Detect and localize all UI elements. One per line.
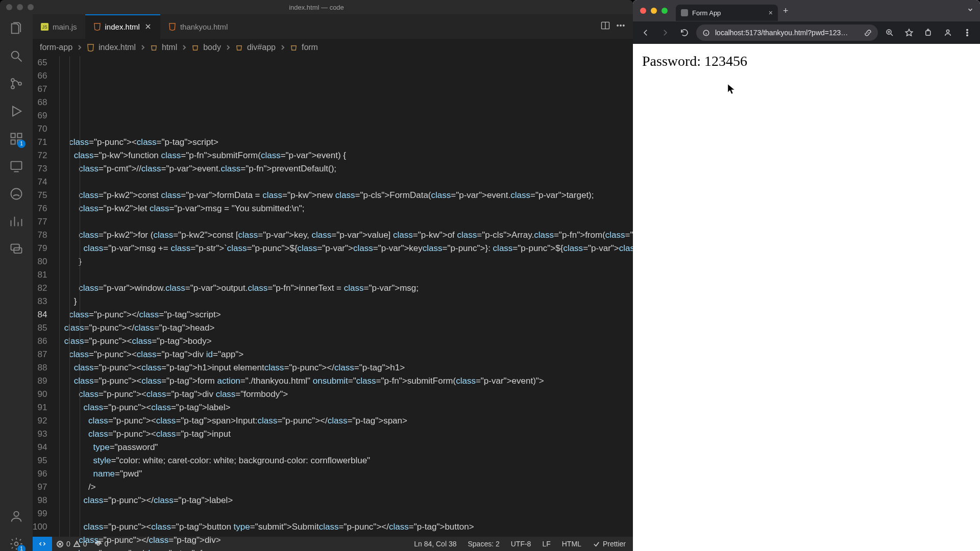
source-control-icon[interactable] xyxy=(9,77,23,91)
mac-traffic-lights[interactable] xyxy=(6,4,34,10)
search-icon[interactable] xyxy=(9,49,23,63)
svg-marker-38 xyxy=(905,29,913,36)
split-editor-icon[interactable] xyxy=(600,20,610,33)
close-icon[interactable]: × xyxy=(769,9,773,17)
extensions-puzzle-icon[interactable] xyxy=(921,25,936,40)
svg-point-25 xyxy=(623,25,625,27)
browser-menu-icon[interactable] xyxy=(960,25,975,40)
browser-tab[interactable]: Form App × xyxy=(676,5,778,21)
window-zoom-icon[interactable] xyxy=(28,4,34,10)
code-editor[interactable]: 6566676869707172737475767778798081828384… xyxy=(33,56,633,537)
svg-point-0 xyxy=(12,52,19,59)
svg-rect-13 xyxy=(11,244,19,251)
mac-traffic-lights[interactable] xyxy=(640,8,668,14)
vscode-titlebar: index.html — code xyxy=(0,0,633,14)
explorer-icon[interactable] xyxy=(9,21,23,36)
svg-point-41 xyxy=(946,30,949,32)
browser-tabstrip: Form App × + xyxy=(633,0,980,21)
svg-line-35 xyxy=(891,34,893,36)
browser-window: Form App × + localhost:5173/thankyou.htm… xyxy=(633,0,980,551)
extensions-badge: 1 xyxy=(17,140,26,148)
svg-text:JS: JS xyxy=(42,24,47,30)
svg-point-4 xyxy=(18,82,21,85)
tab-thankyou-html[interactable]: thankyou.html xyxy=(160,14,236,39)
bookmark-icon[interactable] xyxy=(901,25,917,40)
svg-point-43 xyxy=(967,32,968,34)
tab-label: thankyou.html xyxy=(180,22,228,31)
url-text: localhost:5173/thankyou.html?pwd=123… xyxy=(715,29,859,37)
svg-point-44 xyxy=(967,35,968,36)
forward-button[interactable] xyxy=(657,25,673,40)
activity-bar: 1 1 xyxy=(0,14,33,551)
close-icon[interactable] xyxy=(144,22,152,31)
reload-button[interactable] xyxy=(677,25,692,40)
svg-point-3 xyxy=(11,86,14,89)
svg-point-12 xyxy=(11,189,22,199)
mouse-cursor-icon xyxy=(727,84,736,95)
extensions-icon[interactable]: 1 xyxy=(9,132,23,146)
remote-explorer-icon[interactable] xyxy=(9,159,23,173)
copilot-icon[interactable] xyxy=(9,187,23,201)
settings-gear-icon[interactable]: 1 xyxy=(9,537,23,551)
tab-label: main.js xyxy=(53,22,77,31)
graph-icon[interactable] xyxy=(9,214,23,229)
svg-point-2 xyxy=(11,79,14,82)
accounts-icon[interactable] xyxy=(9,509,23,523)
window-zoom-icon[interactable] xyxy=(662,8,668,14)
new-tab-button[interactable]: + xyxy=(783,6,789,16)
back-button[interactable] xyxy=(638,25,653,40)
window-minimize-icon[interactable] xyxy=(17,4,23,10)
svg-rect-6 xyxy=(11,134,15,138)
window-close-icon[interactable] xyxy=(6,4,12,10)
expand-icon[interactable] xyxy=(967,6,974,15)
settings-badge: 1 xyxy=(17,545,26,551)
svg-point-23 xyxy=(617,25,619,27)
breadcrumb[interactable]: form-app index.html html body div#app fo xyxy=(33,39,633,56)
favicon-icon xyxy=(681,9,688,16)
svg-rect-8 xyxy=(11,140,15,144)
tab-main-js[interactable]: JS main.js xyxy=(33,14,85,39)
svg-rect-10 xyxy=(11,162,22,169)
editor-tabs: JS main.js index.html thankyou.html xyxy=(33,14,633,39)
svg-point-24 xyxy=(620,25,622,27)
svg-point-15 xyxy=(14,512,18,516)
svg-point-16 xyxy=(15,542,18,546)
editor-area: JS main.js index.html thankyou.html xyxy=(33,14,633,551)
window-minimize-icon[interactable] xyxy=(651,8,657,14)
page-heading: Password: 123456 xyxy=(642,53,971,69)
address-bar[interactable]: localhost:5173/thankyou.html?pwd=123… xyxy=(696,24,878,41)
svg-point-42 xyxy=(967,29,968,31)
svg-rect-7 xyxy=(17,134,21,138)
svg-line-1 xyxy=(18,58,22,62)
vscode-title: index.html — code xyxy=(0,4,633,11)
run-debug-icon[interactable] xyxy=(9,104,23,118)
window-close-icon[interactable] xyxy=(640,8,646,14)
browser-viewport: Password: 123456 xyxy=(633,44,980,551)
remote-indicator[interactable] xyxy=(33,537,52,551)
more-actions-icon[interactable] xyxy=(616,20,626,33)
site-info-icon[interactable] xyxy=(702,29,710,37)
tab-index-html[interactable]: index.html xyxy=(85,14,160,39)
tab-label: index.html xyxy=(105,22,140,31)
vscode-window: index.html — code 1 1 xyxy=(0,0,633,551)
browser-tab-title: Form App xyxy=(692,9,721,17)
comments-icon[interactable] xyxy=(9,242,23,256)
browser-toolbar: localhost:5173/thankyou.html?pwd=123… xyxy=(633,21,980,44)
share-link-icon[interactable] xyxy=(864,29,872,37)
profile-icon[interactable] xyxy=(940,25,955,40)
line-gutter: 6566676869707172737475767778798081828384… xyxy=(33,56,59,537)
zoom-icon[interactable] xyxy=(882,25,897,40)
code-content[interactable]: class="p-punc"><class="p-tag">script> cl… xyxy=(59,56,633,537)
